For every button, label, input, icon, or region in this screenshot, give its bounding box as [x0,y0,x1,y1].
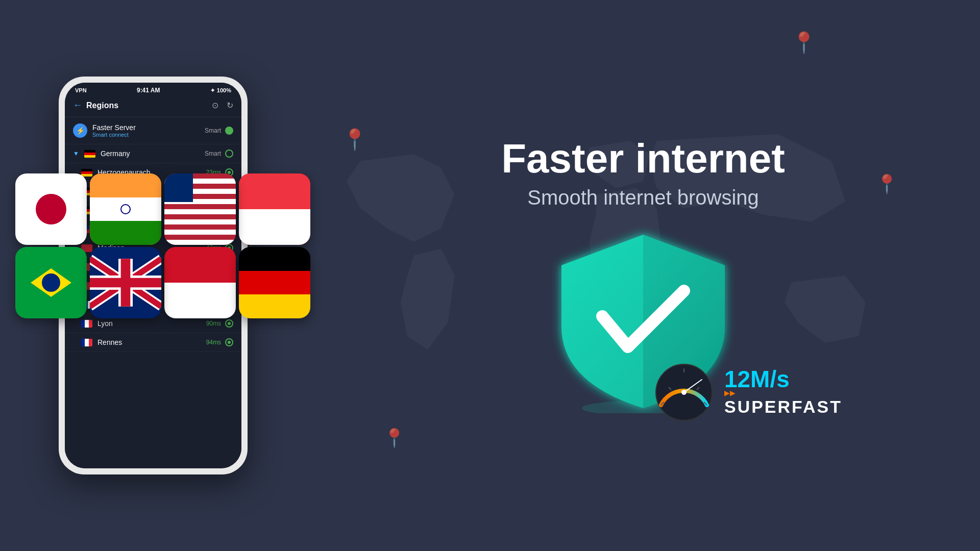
status-signal: VPN [75,87,87,93]
flag-de-small [84,150,95,158]
bolt-icon: ⚡ [76,127,85,135]
flag-cards-row2 [15,247,313,318]
region-name: Lyon [97,319,206,328]
status-bar: VPN 9:41 AM ✦ 100% [65,83,241,96]
speed-text: 12M/s ▶▶ SUPERFAST [724,367,842,417]
pin2: 📍 [791,31,817,55]
region-badge: Smart [205,127,221,134]
nav-title: Regions [86,101,212,110]
uk-flag-svg [90,247,161,318]
status-right: ✦ 100% [210,87,231,94]
region-badge: Smart [205,150,221,157]
flag-fr-small [81,320,92,328]
speedometer [651,359,717,425]
bluetooth-icon: ✦ [210,87,215,94]
india-stripe3 [90,221,161,245]
nav-icons: ⊙ ↻ [212,101,233,110]
right-section: 📍 📍 📍 📍 Faster internet Smooth internet … [306,0,980,551]
flag-card-usa[interactable] [164,173,236,245]
shield-speed-container: 12M/s ▶▶ SUPERFAST [546,224,740,415]
list-item[interactable]: ⚡ Faster Server Smart connect Smart [65,117,241,144]
region-name: Faster Server [92,123,205,132]
battery-label: 100% [217,87,231,93]
sg-top [239,173,310,209]
india-wheel [120,204,131,214]
flag-card-uk[interactable] [90,247,161,318]
back-button[interactable]: ← [73,100,82,111]
flag-card-brazil[interactable] [15,247,87,318]
flag-card-japan[interactable] [15,173,87,245]
svg-point-9 [681,390,687,395]
nav-bar: ← Regions ⊙ ↻ [65,96,241,117]
shield-container: 12M/s ▶▶ SUPERFAST [546,224,740,415]
flag-card-india[interactable] [90,173,161,245]
list-item[interactable]: ▼ Germany Smart [65,144,241,163]
connected-dot [225,127,233,135]
speed-value: 12M/s [724,367,842,391]
brazil-diamond [31,268,71,297]
flag-card-germany[interactable] [239,247,310,318]
speedometer-svg [651,359,717,425]
flag-card-singapore[interactable] [239,173,310,245]
region-sub: Smart connect [92,132,205,138]
flag-cards-row1 [15,173,313,245]
list-item[interactable]: Rennes 94ms [65,333,241,352]
pin4: 📍 [383,428,406,449]
brazil-circle [42,273,60,292]
region-text: Faster Server Smart connect [92,123,205,138]
flag-fr-small [81,339,92,346]
ms-badge: 94ms [206,339,221,346]
connected-dot [225,319,233,328]
id-bottom [164,283,236,318]
arrow-icon: ▶▶ [724,389,736,397]
region-text: Germany [101,149,205,158]
de-stripe1 [239,247,310,271]
connected-dot [225,338,233,346]
de-stripe3 [239,294,310,318]
flag-card-indonesia[interactable] [164,247,236,318]
sub-title: Smooth internet browsing [527,186,759,209]
india-stripe2 [90,197,161,221]
expand-arrow[interactable]: ▼ [73,150,79,157]
speed-arrows: ▶▶ [724,389,842,397]
sg-bottom [239,209,310,245]
refresh-icon[interactable]: ↻ [227,101,233,110]
location-icon[interactable]: ⊙ [212,101,218,110]
bolt-icon-container: ⚡ [73,123,87,138]
india-stripe1 [90,173,161,197]
pin3: 📍 [875,173,898,195]
id-top [164,247,236,283]
speed-label: SUPERFAST [724,397,842,417]
speed-meter: 12M/s ▶▶ SUPERFAST [651,359,842,425]
main-title: Faster internet [501,136,785,181]
region-text: Rennes [97,338,206,346]
connected-dot [225,149,233,158]
pin1: 📍 [342,128,368,152]
region-text: Lyon [97,319,206,328]
region-name: Rennes [97,338,206,346]
japan-circle [36,194,66,224]
de-stripe2 [239,271,310,295]
region-name: Germany [101,149,205,158]
ms-badge: 90ms [206,320,221,327]
status-time: 9:41 AM [137,87,160,94]
